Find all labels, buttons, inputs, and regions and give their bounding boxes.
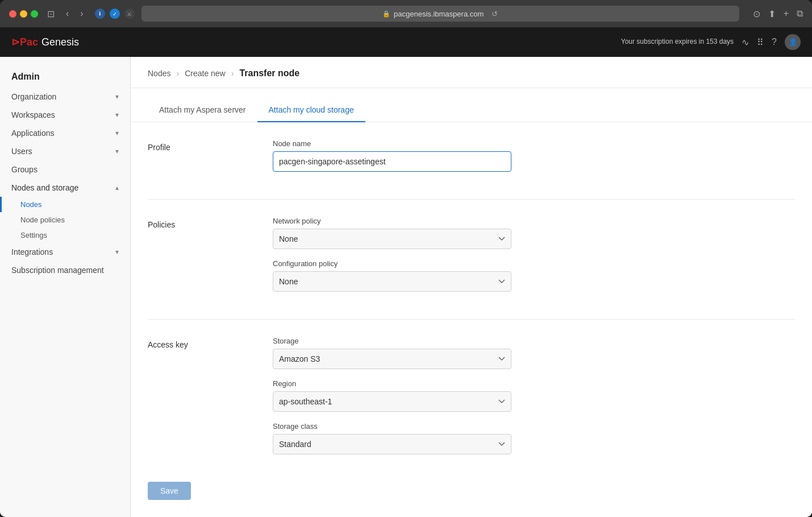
breadcrumb-create-new[interactable]: Create new <box>185 69 226 78</box>
sidebar-item-workspaces[interactable]: Workspaces ▾ <box>0 106 130 124</box>
form-container: Profile Node name Policies <box>131 122 812 517</box>
divider-2 <box>148 319 795 320</box>
subscription-text: Your subscription expires in 153 days <box>621 38 734 47</box>
breadcrumb-sep-2: › <box>231 69 234 78</box>
sidebar-item-groups[interactable]: Groups <box>0 160 130 179</box>
network-policy-group: Network policy None <box>273 217 511 249</box>
logo-text: Genesis <box>41 36 79 48</box>
app-logo: ⊳PacGenesis <box>11 36 79 48</box>
configuration-policy-select[interactable]: None <box>273 271 511 292</box>
configuration-policy-label: Configuration policy <box>273 259 511 268</box>
browser-right-icons: ⊙ ⬆ + ⧉ <box>753 9 803 19</box>
grid-icon[interactable]: ⠿ <box>757 37 764 48</box>
maximize-button[interactable] <box>31 10 38 18</box>
region-label: Region <box>273 379 511 388</box>
sidebar-sub-item-settings[interactable]: Settings <box>0 228 130 243</box>
profile-section: Profile Node name <box>148 139 795 182</box>
sidebar-label-applications: Applications <box>11 129 55 138</box>
sidebar-item-organization[interactable]: Organization ▾ <box>0 88 130 106</box>
storage-class-select[interactable]: Standard <box>273 434 511 454</box>
node-name-group: Node name <box>273 139 511 172</box>
sidebar-item-subscription[interactable]: Subscription management <box>0 261 130 279</box>
chevron-down-icon: ▾ <box>115 111 119 119</box>
sidebar-item-applications[interactable]: Applications ▾ <box>0 124 130 142</box>
access-key-section: Access key Storage Amazon S3 Region <box>148 337 795 465</box>
storage-class-label: Storage class <box>273 422 511 431</box>
address-bar[interactable]: 🔒 pacgenesis.ibmaspera.com ↺ <box>141 6 739 22</box>
storage-class-group: Storage class Standard <box>273 422 511 454</box>
storage-group: Storage Amazon S3 <box>273 337 511 369</box>
sidebar-sub-label-nodes: Nodes <box>20 200 42 209</box>
sidebar-sub-label-settings: Settings <box>20 231 47 239</box>
sidebar-title: Admin <box>0 68 130 88</box>
new-tab-icon[interactable]: + <box>784 9 789 19</box>
url-text: pacgenesis.ibmaspera.com <box>394 10 484 18</box>
breadcrumb-current: Transfer node <box>239 68 299 78</box>
sidebar-sub-item-node-policies[interactable]: Node policies <box>0 212 130 228</box>
sidebar-sub-nodes: Nodes Node policies Settings <box>0 197 130 243</box>
tabs: Attach my Aspera server Attach my cloud … <box>131 88 812 122</box>
form-actions: Save <box>148 482 795 500</box>
node-name-label: Node name <box>273 139 511 148</box>
minimize-button[interactable] <box>20 10 27 18</box>
sidebar-label-organization: Organization <box>11 92 56 101</box>
reload-button[interactable]: ↺ <box>492 10 498 18</box>
header-right: Your subscription expires in 153 days ∿ … <box>621 34 801 50</box>
sidebar-label-workspaces: Workspaces <box>11 110 55 119</box>
sidebar-item-integrations[interactable]: Integrations ▾ <box>0 243 130 261</box>
sidebar-sub-item-nodes[interactable]: Nodes <box>0 197 130 212</box>
save-button[interactable]: Save <box>148 482 191 500</box>
network-policy-select[interactable]: None <box>273 229 511 249</box>
access-key-fields: Storage Amazon S3 Region ap-southeast-1 <box>273 337 511 465</box>
region-group: Region ap-southeast-1 <box>273 379 511 412</box>
lock-icon: 🔒 <box>382 10 390 18</box>
back-button[interactable]: ‹ <box>64 6 71 21</box>
breadcrumb-nodes[interactable]: Nodes <box>148 69 170 78</box>
region-select[interactable]: ap-southeast-1 <box>273 391 511 412</box>
browser-frame: ⊡ ‹ › ℹ ✓ ⚔ 🔒 pacgenesis.ibmaspera.com ↺… <box>0 0 812 517</box>
tabs-icon[interactable]: ⧉ <box>797 9 803 19</box>
sidebar-label-integrations: Integrations <box>11 247 53 257</box>
extension-icon-1[interactable]: ℹ <box>95 9 105 19</box>
analytics-icon[interactable]: ∿ <box>742 37 749 48</box>
tab-aspera-server[interactable]: Attach my Aspera server <box>148 100 257 122</box>
logo-mark: ⊳Pac <box>11 36 38 48</box>
app-header: ⊳PacGenesis Your subscription expires in… <box>0 27 812 57</box>
forward-button[interactable]: › <box>78 6 85 21</box>
sidebar: Admin Organization ▾ Workspaces ▾ Applic… <box>0 57 131 517</box>
configuration-policy-group: Configuration policy None <box>273 259 511 292</box>
policies-fields: Network policy None Configuration policy… <box>273 217 511 302</box>
sidebar-item-nodes-storage[interactable]: Nodes and storage ▴ <box>0 179 130 197</box>
chevron-down-icon: ▾ <box>115 93 119 101</box>
profile-section-label: Profile <box>148 139 273 182</box>
share-icon[interactable]: ⬆ <box>768 9 776 19</box>
app-body: Admin Organization ▾ Workspaces ▾ Applic… <box>0 57 812 517</box>
node-name-input[interactable] <box>273 151 511 172</box>
traffic-lights <box>9 10 38 18</box>
browser-titlebar: ⊡ ‹ › ℹ ✓ ⚔ 🔒 pacgenesis.ibmaspera.com ↺… <box>0 0 812 27</box>
storage-select[interactable]: Amazon S3 <box>273 349 511 369</box>
chevron-down-icon: ▾ <box>115 129 119 137</box>
network-policy-label: Network policy <box>273 217 511 225</box>
access-key-section-label: Access key <box>148 337 273 465</box>
policies-section-label: Policies <box>148 217 273 302</box>
profile-fields: Node name <box>273 139 511 182</box>
close-button[interactable] <box>9 10 16 18</box>
tab-cloud-storage-label: Attach my cloud storage <box>269 105 354 114</box>
sidebar-item-users[interactable]: Users ▾ <box>0 142 130 160</box>
sidebar-sub-label-node-policies: Node policies <box>20 216 65 224</box>
sidebar-label-users: Users <box>11 147 32 156</box>
sidebar-label-nodes-storage: Nodes and storage <box>11 183 78 192</box>
app-wrapper: ⊳PacGenesis Your subscription expires in… <box>0 27 812 517</box>
policies-section: Policies Network policy None Configurati… <box>148 217 795 302</box>
divider-1 <box>148 199 795 200</box>
avatar[interactable]: 👤 <box>785 34 801 50</box>
chevron-up-icon: ▴ <box>115 184 119 192</box>
tab-cloud-storage[interactable]: Attach my cloud storage <box>257 100 365 122</box>
sidebar-toggle-button[interactable]: ⊡ <box>45 6 57 22</box>
extension-icon-2[interactable]: ✓ <box>110 9 120 19</box>
sidebar-label-subscription: Subscription management <box>11 266 104 275</box>
help-icon[interactable]: ? <box>772 37 777 47</box>
extension-icon-3[interactable]: ⚔ <box>124 9 135 19</box>
download-icon[interactable]: ⊙ <box>753 9 760 19</box>
